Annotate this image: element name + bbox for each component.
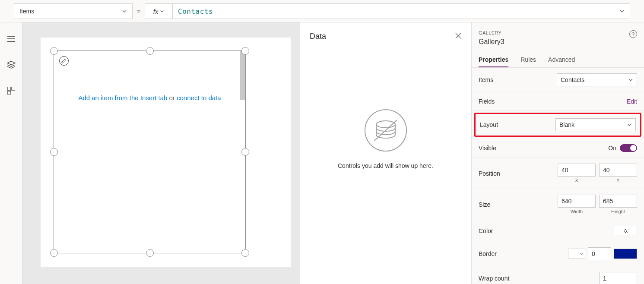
items-dropdown-value: Contacts [561,76,584,83]
paint-bucket-icon [622,228,628,234]
size-width-label: Width [571,209,583,214]
border-color-swatch[interactable] [614,249,637,259]
resize-handle[interactable] [50,47,58,55]
resize-handle[interactable] [50,249,58,257]
resize-handle[interactable] [241,148,249,156]
menu-icon[interactable] [7,35,16,43]
chevron-down-icon [122,9,127,14]
formula-text: Contacts [178,7,213,16]
prop-items: Items Contacts [472,68,644,92]
gallery-placeholder: Add an item from the Insert tab or conne… [54,94,245,101]
resize-handle[interactable] [241,249,249,257]
border-style-dropdown[interactable] [568,249,585,259]
main-body: Add an item from the Insert tab or conne… [0,22,644,284]
edit-gallery-button[interactable] [59,56,69,66]
formula-bar: Items = fx Contacts [0,0,644,22]
color-swatch[interactable] [614,226,637,236]
position-y-value: 40 [603,167,610,174]
position-y-input[interactable]: 40 [599,164,637,177]
resize-handle[interactable] [241,47,249,55]
fx-button[interactable]: fx [145,3,172,19]
prop-layout-label: Layout [480,121,498,128]
fields-edit-link[interactable]: Edit [627,98,637,105]
connect-data-link[interactable]: connect to data [177,94,221,101]
formula-input[interactable]: Contacts [172,3,630,19]
resize-handle[interactable] [146,249,154,257]
prop-position-label: Position [479,170,500,177]
prop-position: Position 40 X 40 Y [472,158,644,189]
prop-size-label: Size [479,201,490,208]
placeholder-or: or [167,94,177,101]
prop-fields: Fields Edit [472,92,644,111]
prop-visible: Visible On [472,139,644,158]
props-tabs: Properties Rules Advanced [472,53,644,68]
canvas-area: Add an item from the Insert tab or conne… [22,22,300,284]
prop-visible-label: Visible [479,145,496,151]
prop-wrap-label: Wrap count [479,275,509,282]
prop-color-label: Color [479,227,493,234]
visible-toggle-value: On [608,145,616,151]
position-x-label: X [575,178,578,183]
prop-border: Border 0 [472,242,644,266]
toggle-track [620,144,637,152]
property-dropdown[interactable]: Items [14,3,133,19]
empty-data-icon [364,109,407,154]
props-control-name: Gallery3 [479,38,504,46]
data-empty-text: Controls you add will show up here. [338,162,433,169]
size-height-input[interactable]: 685 [599,195,637,208]
equals-sign: = [133,0,145,22]
size-height-label: Height [611,209,625,214]
tab-rules[interactable]: Rules [520,53,536,67]
prop-items-label: Items [479,76,493,83]
prop-color: Color [472,220,644,242]
components-icon[interactable] [7,86,16,95]
size-width-value: 640 [562,198,571,205]
resize-handle[interactable] [50,148,58,156]
chevron-down-icon [628,77,633,82]
prop-border-label: Border [479,250,497,257]
layers-icon[interactable] [7,60,16,69]
prop-layout: Layout Blank [474,113,641,137]
gallery-selection[interactable]: Add an item from the Insert tab or conne… [54,50,246,253]
help-icon[interactable]: ? [629,30,637,38]
position-x-value: 40 [562,167,568,174]
size-width-input[interactable]: 640 [558,195,596,208]
layout-dropdown-value: Blank [559,121,574,128]
left-rail [0,22,22,284]
prop-fields-label: Fields [479,98,495,105]
position-x-input[interactable]: 40 [558,164,596,177]
close-icon[interactable] [455,33,461,41]
line-style-icon [569,254,578,254]
svg-rect-0 [7,87,11,90]
props-category: GALLERY [479,30,504,35]
toggle-knob [630,145,636,151]
gallery-scrollbar-thumb[interactable] [240,51,245,100]
items-dropdown[interactable]: Contacts [557,73,637,86]
border-width-value: 0 [592,250,595,257]
tab-properties[interactable]: Properties [479,53,508,67]
visible-toggle[interactable]: On [608,144,637,152]
prop-wrap-count: Wrap count 1 [472,266,644,284]
fx-label: fx [153,8,159,15]
wrap-count-input[interactable]: 1 [599,272,637,284]
size-height-value: 685 [603,198,613,205]
chevron-down-icon [619,9,625,14]
property-dropdown-label: Items [19,8,34,15]
data-panel-title: Data [310,32,326,41]
svg-rect-2 [7,91,11,95]
properties-panel: GALLERY Gallery3 ? Properties Rules Adva… [471,22,644,284]
border-width-input[interactable]: 0 [588,247,611,260]
svg-line-5 [374,120,397,141]
chevron-down-icon [627,122,632,127]
layout-dropdown[interactable]: Blank [555,118,636,131]
data-panel: Data Controls you add will show up here. [300,22,471,284]
chevron-down-icon [160,9,164,13]
svg-rect-1 [12,87,15,90]
tab-advanced[interactable]: Advanced [548,53,575,67]
wrap-count-value: 1 [603,275,606,282]
chevron-down-icon [580,252,584,256]
position-y-label: Y [616,178,619,183]
prop-size: Size 640 Width 685 Height [472,189,644,220]
insert-tab-link[interactable]: Add an item from the Insert tab [78,94,167,101]
resize-handle[interactable] [146,47,154,55]
